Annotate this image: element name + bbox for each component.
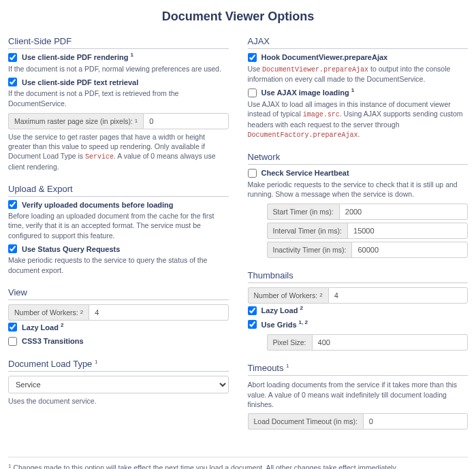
section-network: Network Check Service Heartbeat Make per… [248, 152, 469, 258]
opt-label: CSS3 Transitions [22, 337, 83, 345]
section-heading: AJAX [248, 36, 469, 49]
page-title: Document Viewer Options [8, 10, 468, 24]
code-text: DocumentViewer.prepareAjax [262, 66, 368, 74]
css3-transitions[interactable]: CSS3 Transitions [8, 337, 84, 345]
opt-label: Use client-side PDF rendering 1 [22, 53, 133, 61]
use-client-pdf-text[interactable]: Use client-side PDF text retrieval [8, 78, 138, 86]
opt-label: Hook DocumentViewer.prepareAjax [261, 53, 388, 61]
thumb-use-grids-checkbox[interactable] [248, 320, 257, 329]
section-heading: Client-Side PDF [8, 36, 229, 49]
use-ajax-image-loading-checkbox[interactable] [248, 88, 257, 97]
section-heading: Document Load Type 1 [8, 359, 229, 372]
section-heading: Timeouts 1 [248, 363, 469, 376]
code-text: Service [85, 153, 114, 161]
interval-timer-input[interactable] [347, 223, 468, 239]
check-service-heartbeat[interactable]: Check Service Heartbeat [248, 169, 349, 177]
section-ajax: AJAX Hook DocumentViewer.prepareAjax Use… [248, 36, 469, 140]
verify-uploaded[interactable]: Verify uploaded documents before loading [8, 201, 174, 209]
field-label: Number of Workers: 2 [248, 287, 328, 304]
use-client-pdf-rendering[interactable]: Use client-side PDF rendering 1 [8, 53, 133, 61]
field-label: Interval Timer (in ms): [267, 223, 348, 239]
section-client-pdf: Client-Side PDF Use client-side PDF rend… [8, 36, 229, 172]
pixel-size-field: Pixel Size: [267, 334, 469, 351]
section-heading: View [8, 287, 229, 300]
section-heading: Network [248, 152, 469, 165]
use-client-pdf-rendering-checkbox[interactable] [8, 53, 17, 62]
section-doc-load-type: Document Load Type 1 Service Uses the do… [8, 359, 229, 406]
opt-desc: Make periodic requests to the service to… [248, 180, 469, 199]
opt-label: Verify uploaded documents before loading [22, 201, 173, 209]
section-upload-export: Upload & Export Verify uploaded document… [8, 184, 229, 275]
doc-load-type-select[interactable]: Service [8, 376, 229, 393]
section-heading: Thumbnails [248, 270, 469, 283]
hook-prepare-ajax[interactable]: Hook DocumentViewer.prepareAjax [248, 53, 388, 61]
opt-label: Check Service Heartbeat [261, 169, 349, 177]
pixel-size-input[interactable] [312, 334, 468, 351]
view-workers-field: Number of Workers: 2 [8, 304, 229, 321]
opt-label: Lazy Load 2 [22, 323, 63, 331]
hook-prepare-ajax-checkbox[interactable] [248, 53, 257, 62]
inactivity-timer-field: Inactivity Timer (in ms): [267, 242, 469, 258]
verify-uploaded-checkbox[interactable] [8, 200, 17, 209]
max-raster-field: Maximum raster page size (in pixels): 1 [8, 113, 229, 129]
thumb-use-grids[interactable]: Use Grids 1, 2 [248, 321, 308, 329]
use-status-query-checkbox[interactable] [8, 244, 17, 253]
field-label: Number of Workers: 2 [8, 304, 89, 321]
start-timer-input[interactable] [339, 204, 468, 220]
view-lazy-load[interactable]: Lazy Load 2 [8, 323, 63, 331]
left-column: Client-Side PDF Use client-side PDF rend… [8, 36, 229, 442]
max-raster-input[interactable] [143, 113, 228, 129]
opt-label: Use Grids 1, 2 [261, 321, 308, 329]
view-workers-input[interactable] [89, 304, 228, 321]
thumb-lazy-load-checkbox[interactable] [248, 306, 257, 315]
use-client-pdf-text-checkbox[interactable] [8, 78, 17, 86]
footnotes: 1 Changes made to this option will take … [8, 457, 468, 469]
interval-timer-field: Interval Timer (in ms): [267, 223, 469, 239]
opt-desc: If the document is not a PDF, text is re… [8, 88, 229, 108]
inactivity-timer-input[interactable] [351, 242, 468, 258]
use-status-query[interactable]: Use Status Query Requests [8, 245, 120, 253]
view-lazy-load-checkbox[interactable] [8, 323, 17, 331]
opt-desc: Use AJAX to load all images in this inst… [248, 99, 469, 140]
opt-label: Use AJAX image loading 1 [261, 88, 355, 97]
load-doc-timeout-input[interactable] [363, 413, 468, 430]
field-label: Pixel Size: [267, 334, 312, 351]
load-doc-timeout-field: Load Document Timeout (in ms): [248, 413, 469, 430]
css3-transitions-checkbox[interactable] [8, 337, 17, 346]
opt-desc: Abort loading documents from the service… [248, 380, 469, 409]
opt-desc: Uses the document service. [8, 396, 229, 406]
opt-desc: If the document is not a PDF, normal vie… [8, 64, 229, 74]
opt-label: Use client-side PDF text retrieval [22, 78, 138, 86]
check-service-heartbeat-checkbox[interactable] [248, 169, 257, 178]
section-timeouts: Timeouts 1 Abort loading documents from … [248, 363, 469, 430]
footnote-1: 1 Changes made to this option will take … [8, 463, 468, 469]
field-label: Maximum raster page size (in pixels): 1 [8, 113, 143, 129]
field-label: Load Document Timeout (in ms): [248, 413, 363, 430]
right-column: AJAX Hook DocumentViewer.prepareAjax Use… [248, 36, 469, 442]
start-timer-field: Start Timer (in ms): [267, 204, 469, 220]
field-label: Inactivity Timer (in ms): [267, 242, 352, 258]
code-text: DocumentFactory.prepareAjax [248, 131, 358, 139]
opt-label: Lazy Load 2 [261, 306, 303, 314]
opt-desc: Make periodic requests to the service to… [8, 255, 229, 274]
section-thumbnails: Thumbnails Number of Workers: 2 Lazy Loa… [248, 270, 469, 351]
section-heading: Upload & Export [8, 184, 229, 197]
opt-desc: Before loading an uploaded document from… [8, 211, 229, 240]
opt-desc: Use the service to get raster pages that… [8, 132, 229, 172]
opt-label: Use Status Query Requests [22, 245, 120, 253]
thumb-lazy-load[interactable]: Lazy Load 2 [248, 306, 303, 314]
field-label: Start Timer (in ms): [267, 204, 339, 220]
thumb-workers-input[interactable] [328, 287, 468, 304]
opt-desc: Use DocumentViewer.prepareAjax to output… [248, 64, 469, 84]
code-text: image.src [303, 111, 340, 118]
thumb-workers-field: Number of Workers: 2 [248, 287, 469, 304]
use-ajax-image-loading[interactable]: Use AJAX image loading 1 [248, 88, 355, 97]
section-view: View Number of Workers: 2 Lazy Load 2 CS… [8, 287, 229, 346]
